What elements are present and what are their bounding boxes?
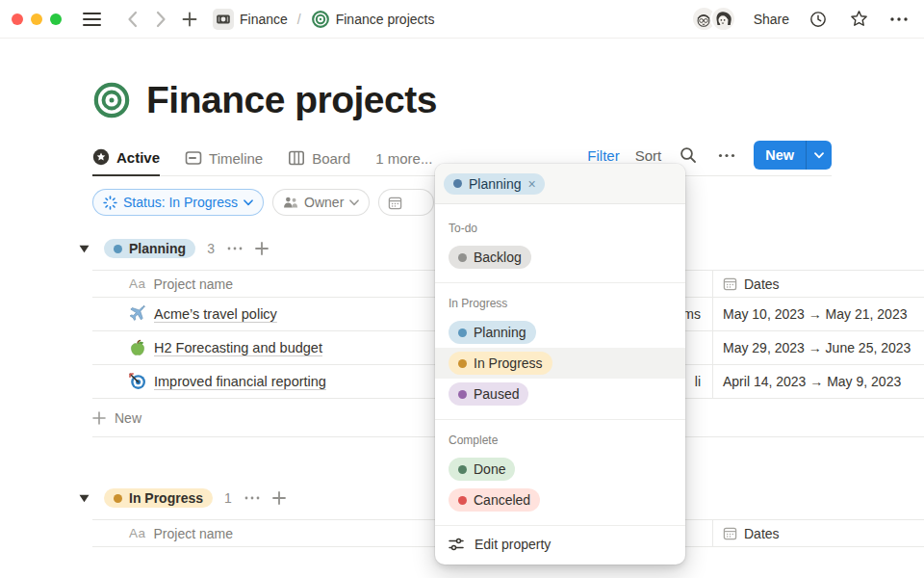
more-options-button[interactable] — [887, 8, 911, 31]
row-title[interactable]: Acme’s travel policy — [154, 306, 277, 322]
status-dot — [458, 496, 467, 505]
breadcrumb: Finance / Finance projects — [213, 9, 434, 30]
status-burst-icon — [103, 196, 117, 210]
chevron-down-icon — [349, 199, 359, 206]
plus-icon — [92, 411, 106, 425]
sidebar-toggle-icon[interactable] — [83, 13, 101, 26]
edit-property-button[interactable]: Edit property — [435, 525, 685, 565]
status-filter-chip[interactable]: Status: In Progress — [92, 189, 264, 216]
status-filter-dropdown: Planning × To-do Backlog In Progress Pla… — [435, 164, 685, 565]
group-options-button[interactable] — [227, 247, 243, 250]
forward-button[interactable] — [149, 8, 172, 31]
breadcrumb-item-finance[interactable]: Finance — [240, 12, 288, 27]
back-button[interactable] — [120, 8, 143, 31]
row-title[interactable]: H2 Forecasting and budget — [154, 340, 322, 355]
status-search-input[interactable]: Planning × — [435, 164, 685, 204]
close-window-button[interactable] — [12, 13, 23, 25]
view-options-button[interactable] — [715, 144, 738, 167]
filter-button[interactable]: Filter — [587, 147, 619, 164]
selected-status-chip[interactable]: Planning × — [444, 173, 545, 195]
dates-cell[interactable]: May 29, 2023 → June 25, 2023 — [712, 331, 924, 364]
add-row-label: New — [115, 410, 141, 426]
breadcrumb-item-finance-projects[interactable]: Finance projects — [336, 12, 435, 27]
tab-active[interactable]: Active — [92, 148, 160, 176]
new-page-button[interactable] — [178, 8, 201, 31]
airplane-emoji-icon — [129, 305, 146, 323]
traffic-lights — [12, 13, 62, 25]
section-title: In Progress — [435, 289, 685, 317]
search-icon — [680, 146, 697, 164]
section-to-do: To-do Backlog — [435, 208, 685, 282]
dates-cell[interactable]: April 14, 2023 → May 9, 2023 — [712, 365, 924, 398]
section-title: To-do — [435, 214, 685, 242]
collapse-triangle-icon[interactable] — [79, 494, 90, 503]
status-option-planning[interactable]: Planning — [435, 317, 685, 348]
clock-icon — [808, 10, 828, 29]
star-circle-icon — [92, 148, 110, 166]
tab-label: Active — [116, 149, 160, 166]
column-header-dates[interactable]: Dates — [712, 520, 924, 546]
tab-timeline[interactable]: Timeline — [185, 148, 263, 176]
collapse-triangle-icon[interactable] — [79, 245, 90, 253]
target-icon — [311, 10, 330, 29]
dates-cell[interactable]: May 10, 2023 → May 21, 2023 — [712, 298, 924, 330]
calendar-icon — [388, 196, 402, 210]
tab-label: 1 more... — [375, 150, 432, 167]
plus-icon — [182, 12, 197, 27]
group-add-button[interactable] — [255, 242, 269, 255]
green-apple-emoji-icon — [129, 339, 146, 356]
edit-property-label: Edit property — [475, 537, 551, 552]
group-options-button[interactable] — [244, 496, 260, 500]
column-label: Dates — [744, 526, 780, 541]
sliders-icon — [449, 538, 464, 551]
status-dot — [458, 359, 467, 368]
group-tag-planning[interactable]: Planning — [104, 239, 195, 258]
tab-more-views[interactable]: 1 more... — [375, 148, 432, 176]
updates-button[interactable] — [807, 8, 830, 31]
page-title: Finance projects — [146, 79, 437, 121]
page-target-icon[interactable] — [92, 81, 131, 119]
ellipsis-icon — [718, 153, 735, 158]
new-record-button[interactable]: New — [754, 141, 832, 170]
star-icon — [849, 9, 869, 29]
people-icon — [283, 196, 298, 209]
row-title[interactable]: Improved financial reporting — [154, 374, 326, 389]
zoom-window-button[interactable] — [50, 13, 62, 25]
status-option-done[interactable]: Done — [435, 454, 685, 485]
avatar-face-icon — [712, 9, 733, 30]
group-tag-in-progress[interactable]: In Progress — [104, 488, 213, 508]
date-range: May 10, 2023 → May 21, 2023 — [723, 306, 907, 322]
owner-filter-chip[interactable]: Owner — [272, 189, 370, 216]
status-dot — [458, 253, 467, 262]
status-dot — [458, 390, 467, 399]
titlebar-actions: Share — [691, 6, 911, 32]
avatar[interactable] — [710, 6, 736, 32]
favorite-button[interactable] — [847, 8, 870, 31]
status-dot — [114, 494, 122, 503]
titlebar: Finance / Finance projects — [0, 0, 924, 39]
group-add-button[interactable] — [272, 491, 286, 505]
date-range: May 29, 2023 → June 25, 2023 — [723, 340, 911, 355]
status-options-list: To-do Backlog In Progress Planning In Pr… — [435, 204, 685, 565]
section-in-progress: In Progress Planning In Progress Paused — [435, 283, 685, 419]
chevron-left-icon — [127, 11, 138, 28]
remove-chip-icon[interactable]: × — [528, 177, 536, 191]
column-label: Project name — [154, 526, 233, 541]
status-option-label: Backlog — [474, 249, 522, 266]
banknote-icon — [216, 12, 231, 27]
collaborator-avatars — [691, 6, 736, 32]
share-button[interactable]: Share — [754, 12, 789, 27]
search-view-button[interactable] — [677, 144, 700, 167]
status-option-paused[interactable]: Paused — [435, 379, 685, 409]
status-option-in-progress[interactable]: In Progress — [435, 348, 685, 379]
sort-button[interactable]: Sort — [635, 147, 662, 164]
tab-board[interactable]: Board — [288, 148, 350, 176]
owner-filter-label: Owner — [304, 195, 344, 210]
status-option-canceled[interactable]: Canceled — [435, 485, 685, 515]
new-button-dropdown[interactable] — [807, 152, 832, 159]
minimize-window-button[interactable] — [31, 13, 42, 25]
column-header-dates[interactable]: Dates — [712, 271, 924, 297]
ellipsis-icon — [889, 16, 909, 22]
status-option-backlog[interactable]: Backlog — [435, 242, 685, 273]
dates-filter-chip[interactable] — [378, 189, 434, 216]
